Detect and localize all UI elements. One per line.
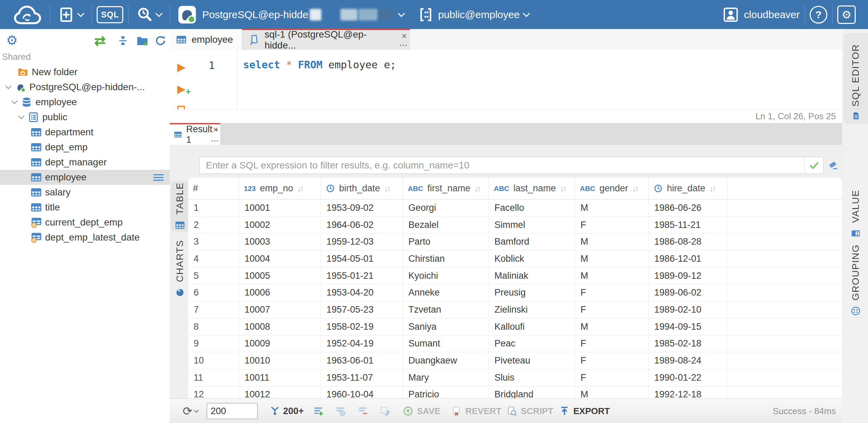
new-folder-icon[interactable]: [136, 35, 149, 47]
export-button[interactable]: EXPORT: [559, 399, 610, 423]
table-row[interactable]: 10100101963-06-01DuangkaewPiveteauF1989-…: [188, 352, 842, 369]
cell[interactable]: Anneke: [403, 284, 489, 301]
cell[interactable]: 1989-02-10: [649, 301, 727, 318]
cell[interactable]: Kalloufi: [489, 318, 575, 335]
cell[interactable]: 10001: [239, 200, 321, 216]
cell[interactable]: Simmel: [489, 217, 575, 233]
table-row[interactable]: 8100081958-02-19SaniyaKalloufiM1994-09-1…: [188, 318, 842, 336]
cell[interactable]: Piveteau: [489, 352, 575, 369]
close-icon[interactable]: ×: [213, 125, 218, 134]
sync-connection-icon[interactable]: ⇄: [94, 33, 106, 48]
cell[interactable]: 1: [188, 200, 239, 216]
cell[interactable]: 1989-08-24: [649, 352, 727, 369]
add-row-icon[interactable]: [312, 405, 324, 417]
cell[interactable]: Tzvetan: [403, 301, 489, 318]
table-row[interactable]: 3100031959-12-03PartoBamfordM1986-08-28: [188, 233, 842, 250]
tab-table-view[interactable]: TABLE: [171, 181, 189, 232]
app-logo[interactable]: [10, 3, 45, 26]
cell[interactable]: M: [575, 386, 649, 398]
tab-charts-view[interactable]: CHARTS: [171, 240, 189, 297]
cell[interactable]: 8: [188, 318, 239, 335]
cell[interactable]: 10012: [239, 386, 321, 398]
user-menu[interactable]: cloudbeaver: [723, 7, 800, 23]
table-row[interactable]: 7100071957-05-23TzvetanZielinskiF1989-02…: [188, 301, 842, 318]
driver-tools-button[interactable]: [133, 7, 165, 23]
tab-sql-1-active[interactable]: sql-1 (PostgreSQL@ep-hidde... × ⋯: [242, 29, 410, 50]
sql-editor[interactable]: ▶ ▶+ 1 select * FROM employee e;: [170, 50, 842, 109]
schema-selector[interactable]: public@employee: [416, 7, 532, 22]
cell[interactable]: F: [575, 352, 649, 369]
cell[interactable]: Facello: [489, 200, 575, 216]
filter-input[interactable]: [200, 157, 804, 174]
code-line[interactable]: select * FROM employee e;: [243, 59, 396, 71]
tree-item-table-salary[interactable]: salary: [0, 185, 170, 200]
cell[interactable]: Bezalel: [403, 217, 489, 233]
refresh-results-button[interactable]: ⟳: [183, 399, 198, 423]
cell[interactable]: Bridgland: [489, 386, 575, 398]
tab-employee[interactable]: employee: [170, 29, 242, 50]
cell[interactable]: 10009: [239, 336, 321, 352]
cell[interactable]: M: [575, 318, 649, 335]
copy-results-icon[interactable]: [379, 405, 391, 417]
tree-item-table-dept-emp[interactable]: dept_emp: [0, 140, 170, 155]
cell[interactable]: F: [575, 336, 649, 352]
cell[interactable]: Bamford: [489, 233, 575, 250]
column-header-index[interactable]: #: [188, 178, 239, 199]
cell[interactable]: 4: [188, 250, 239, 267]
execute-query-icon[interactable]: ▶: [177, 62, 186, 72]
cell[interactable]: Sumant: [403, 336, 489, 352]
tree-item-table-dept-manager[interactable]: dept_manager: [0, 155, 170, 170]
cell[interactable]: 10010: [239, 352, 321, 369]
table-row[interactable]: 1100011953-09-02GeorgiFacelloM1986-06-26: [188, 200, 842, 217]
cell[interactable]: 10008: [239, 318, 321, 335]
tab-sql-editor-panel[interactable]: SQL EDITOR: [843, 33, 868, 124]
cell[interactable]: M: [575, 250, 649, 267]
cell[interactable]: 10007: [239, 301, 321, 318]
cell[interactable]: 1992-12-18: [649, 386, 727, 398]
cell[interactable]: 10005: [239, 268, 321, 284]
execute-new-tab-icon[interactable]: ▶+: [177, 83, 191, 96]
sort-icon[interactable]: ↓↑: [475, 184, 480, 193]
cell[interactable]: M: [575, 268, 649, 284]
cell[interactable]: 10002: [239, 217, 321, 233]
cell[interactable]: Georgi: [403, 200, 489, 216]
cell[interactable]: 10004: [239, 250, 321, 267]
cell[interactable]: 1985-11-21: [649, 217, 727, 233]
cell[interactable]: Maliniak: [489, 268, 575, 284]
help-button[interactable]: ?: [810, 6, 827, 24]
delete-row-icon[interactable]: [357, 405, 368, 417]
cell[interactable]: 1954-05-01: [321, 250, 403, 267]
cell[interactable]: 1994-09-15: [649, 318, 727, 335]
cell[interactable]: 10011: [239, 369, 321, 386]
close-icon[interactable]: ×: [402, 31, 407, 40]
column-header-hire-date[interactable]: hire_date ↓↑: [649, 178, 727, 199]
script-button[interactable]: SCRIPT: [506, 399, 553, 423]
cell[interactable]: Peac: [489, 336, 575, 352]
chevron-expanded-icon[interactable]: [11, 98, 17, 104]
connection-selector[interactable]: PostgreSQL@ep-hidde: [175, 5, 407, 24]
cell[interactable]: 1957-05-23: [321, 301, 403, 318]
tab-value-panel[interactable]: VALUE: [846, 190, 865, 238]
cell[interactable]: 1955-01-21: [321, 268, 403, 284]
cell[interactable]: 10: [188, 352, 239, 369]
cell[interactable]: 11: [188, 369, 239, 386]
cell[interactable]: Chirstian: [403, 250, 489, 267]
cell[interactable]: 1989-06-02: [649, 284, 727, 301]
cell[interactable]: Sluis: [489, 369, 575, 386]
cell[interactable]: 1953-11-07: [321, 369, 403, 386]
sidebar-settings-gear-icon[interactable]: ⚙: [6, 32, 18, 48]
cell[interactable]: F: [575, 301, 649, 318]
table-row[interactable]: 5100051955-01-21KyoichiMaliniakM1989-09-…: [188, 268, 842, 285]
cell[interactable]: 1953-09-02: [321, 200, 403, 216]
table-row[interactable]: 9100091952-04-19SumantPeacF1985-02-18: [188, 336, 842, 353]
new-connection-button[interactable]: [55, 7, 87, 23]
cell[interactable]: Zielinski: [489, 301, 575, 318]
cell[interactable]: Kyoichi: [403, 268, 489, 284]
tab-menu-icon[interactable]: ⋯: [399, 41, 407, 49]
cell[interactable]: 1964-06-02: [321, 217, 403, 233]
cell[interactable]: Saniya: [403, 318, 489, 335]
cell[interactable]: 1959-12-03: [321, 233, 403, 250]
cell[interactable]: 10006: [239, 284, 321, 301]
fetch-size-input[interactable]: [207, 403, 258, 419]
cell[interactable]: Koblick: [489, 250, 575, 267]
